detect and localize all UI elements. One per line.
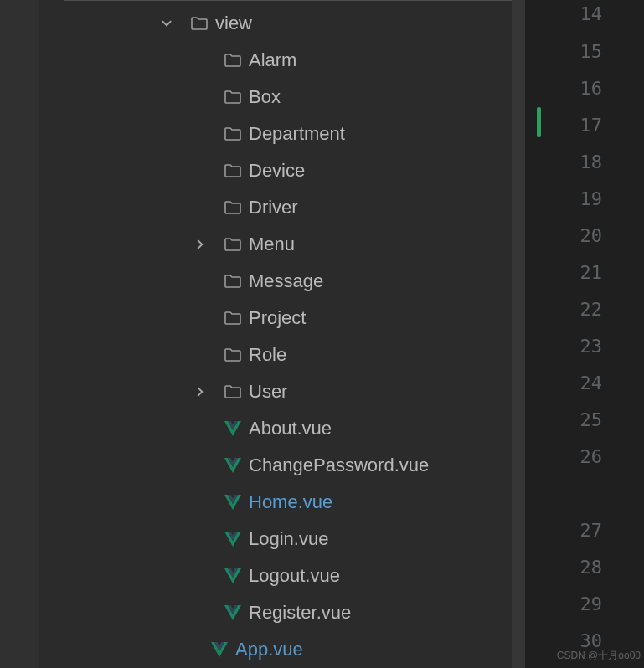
line-number[interactable]: 14 <box>552 3 602 24</box>
folder-label: Box <box>249 86 281 108</box>
file-explorer: view AlarmBoxDepartmentDeviceDriverMenuM… <box>39 0 525 668</box>
vue-icon <box>220 456 245 475</box>
folder-message[interactable]: Message <box>39 263 525 300</box>
file-register-vue[interactable]: Register.vue <box>39 594 525 631</box>
file-changepassword-vue[interactable]: ChangePassword.vue <box>39 447 525 484</box>
line-number[interactable]: 15 <box>552 41 602 62</box>
file-label: Home.vue <box>249 491 332 513</box>
file-label: App.vue <box>235 639 303 660</box>
folder-box[interactable]: Box <box>39 79 525 116</box>
file-logout-vue[interactable]: Logout.vue <box>39 558 525 594</box>
activity-bar <box>0 0 39 668</box>
folder-department[interactable]: Department <box>39 116 525 152</box>
folder-driver[interactable]: Driver <box>39 189 525 226</box>
vue-icon <box>220 419 245 438</box>
folder-icon <box>220 345 245 365</box>
folder-label: Device <box>249 160 305 182</box>
file-home-vue[interactable]: Home.vue <box>39 484 525 521</box>
scrollbar-track[interactable] <box>512 0 525 668</box>
folder-icon <box>220 87 245 107</box>
folder-icon <box>187 13 212 33</box>
folder-view[interactable]: view <box>39 5 525 42</box>
file-login-vue[interactable]: Login.vue <box>39 521 525 558</box>
chevron-right-icon <box>193 386 207 398</box>
line-number[interactable]: 26 <box>552 446 602 467</box>
vue-icon <box>207 640 232 659</box>
file-label: Logout.vue <box>249 565 340 587</box>
vue-icon <box>220 567 245 585</box>
vue-icon <box>220 493 245 511</box>
folder-menu[interactable]: Menu <box>39 226 525 263</box>
folder-alarm[interactable]: Alarm <box>39 42 525 79</box>
file-label: About.vue <box>249 418 332 439</box>
editor-gutter: 1415161718192021222324252627282930 <box>525 0 644 668</box>
folder-label: Message <box>249 270 323 292</box>
folder-icon <box>220 198 245 218</box>
line-number[interactable]: 28 <box>552 557 602 578</box>
file-label: ChangePassword.vue <box>249 455 429 476</box>
file-about-vue[interactable]: About.vue <box>39 410 525 447</box>
folder-icon <box>220 308 245 328</box>
vue-icon <box>220 530 245 548</box>
divider <box>64 0 515 1</box>
folder-label: view <box>215 13 252 34</box>
line-number[interactable]: 25 <box>552 409 602 430</box>
line-number[interactable]: 22 <box>552 299 602 320</box>
line-number[interactable]: 16 <box>552 78 602 99</box>
folder-label: Department <box>249 123 345 145</box>
folder-icon <box>220 50 245 70</box>
line-number[interactable]: 23 <box>552 336 602 357</box>
folder-label: Menu <box>249 234 295 255</box>
line-number[interactable]: 20 <box>552 225 602 246</box>
folder-icon <box>220 124 245 144</box>
file-app-vue[interactable]: App.vue <box>39 631 525 668</box>
file-tree: view AlarmBoxDepartmentDeviceDriverMenuM… <box>39 2 525 668</box>
folder-label: User <box>249 381 287 403</box>
folder-label: Role <box>249 344 286 366</box>
file-label: Register.vue <box>249 602 351 624</box>
folder-icon <box>220 161 245 181</box>
line-number[interactable]: 27 <box>552 520 602 541</box>
folder-device[interactable]: Device <box>39 152 525 189</box>
chevron-right-icon <box>193 239 207 250</box>
line-number[interactable]: 18 <box>552 152 602 172</box>
folder-label: Driver <box>249 197 298 218</box>
line-number[interactable]: 29 <box>552 593 602 614</box>
watermark: CSDN @十月oo00 <box>557 649 641 663</box>
folder-project[interactable]: Project <box>39 300 525 337</box>
folder-icon <box>220 271 245 291</box>
vue-icon <box>220 604 245 622</box>
chevron-down-icon <box>160 18 173 29</box>
line-number[interactable]: 19 <box>552 188 602 209</box>
line-number[interactable]: 21 <box>552 262 602 283</box>
folder-icon <box>220 234 245 254</box>
line-number[interactable]: 17 <box>552 115 602 136</box>
vcs-modified-marker <box>537 107 541 137</box>
folder-icon <box>220 382 245 402</box>
folder-label: Alarm <box>249 49 296 71</box>
line-number[interactable]: 24 <box>552 373 602 393</box>
folder-user[interactable]: User <box>39 373 525 410</box>
folder-label: Project <box>249 307 306 329</box>
folder-role[interactable]: Role <box>39 337 525 373</box>
file-label: Login.vue <box>249 528 328 550</box>
